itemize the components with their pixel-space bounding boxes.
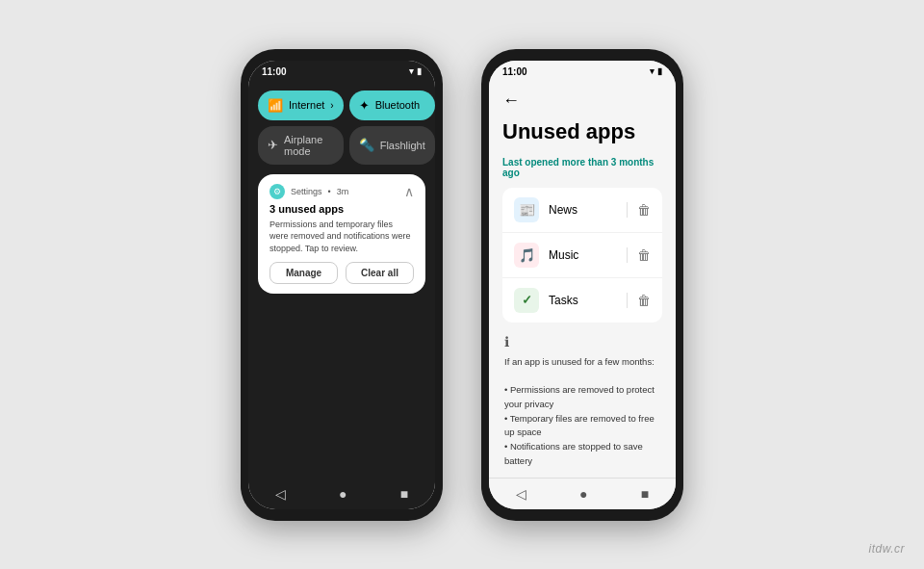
battery-icon: ▮: [417, 66, 422, 76]
notif-time: 3m: [337, 187, 349, 196]
quick-settings-panel: 📶 Internet › ✦ Bluetooth ✈ Airplane mode…: [248, 81, 435, 478]
info-text: If an app is unused for a few months: • …: [504, 355, 660, 478]
app-item-tasks[interactable]: ✓ Tasks 🗑: [502, 278, 662, 323]
phone-2-screen: 11:00 ▾ ▮ ← Unused apps Last opened more…: [489, 61, 676, 509]
time-phone1: 11:00: [262, 66, 287, 77]
music-app-name: Music: [549, 248, 617, 262]
tasks-app-name: Tasks: [549, 294, 617, 307]
home-nav-phone2[interactable]: ●: [579, 486, 587, 502]
notif-body: Permissions and temporary files were rem…: [270, 219, 414, 255]
wifi-tile-icon: 📶: [268, 98, 283, 113]
page-title: Unused apps: [502, 120, 662, 143]
phone-2: 11:00 ▾ ▮ ← Unused apps Last opened more…: [481, 49, 683, 521]
info-icon: ℹ: [504, 334, 660, 349]
internet-arrow: ›: [330, 100, 333, 111]
airplane-tile[interactable]: ✈ Airplane mode: [258, 126, 344, 165]
recents-nav-phone2[interactable]: ■: [641, 486, 649, 502]
status-icons-phone2: ▾ ▮: [650, 66, 662, 76]
flashlight-label: Flashlight: [380, 140, 425, 151]
app-item-news[interactable]: 📰 News 🗑: [502, 188, 662, 233]
tasks-delete-icon[interactable]: 🗑: [627, 293, 651, 308]
music-app-icon: 🎵: [514, 243, 539, 268]
back-nav-phone2[interactable]: ◁: [516, 486, 526, 502]
bluetooth-label: Bluetooth: [375, 99, 420, 111]
back-nav-phone1[interactable]: ◁: [275, 486, 286, 502]
wifi-icon-p2: ▾: [650, 66, 654, 76]
manage-button[interactable]: Manage: [270, 262, 338, 284]
status-icons-phone1: ▾ ▮: [409, 66, 422, 76]
nav-bar-phone2: ◁ ● ■: [489, 478, 676, 509]
status-bar-phone1: 11:00 ▾ ▮: [248, 61, 435, 81]
news-app-name: News: [549, 203, 617, 217]
phone-1: 11:00 ▾ ▮ 📶 Internet › ✦ Bluetooth: [241, 49, 443, 521]
notif-header: ⚙ Settings • 3m ∧: [270, 184, 414, 199]
quick-tiles-grid: 📶 Internet › ✦ Bluetooth ✈ Airplane mode…: [258, 91, 425, 165]
news-delete-icon[interactable]: 🗑: [627, 202, 651, 218]
notif-actions: Manage Clear all: [270, 262, 414, 284]
notif-title: 3 unused apps: [270, 203, 414, 215]
collapse-icon[interactable]: ∧: [404, 184, 414, 199]
back-button[interactable]: ←: [502, 91, 520, 111]
status-bar-phone2: 11:00 ▾ ▮: [489, 61, 676, 81]
recents-nav-phone1[interactable]: ■: [400, 486, 408, 502]
section-subtitle: Last opened more than 3 months ago: [502, 157, 662, 178]
settings-app-icon: ⚙: [270, 184, 285, 199]
tasks-app-icon: ✓: [514, 288, 539, 313]
phone-1-screen: 11:00 ▾ ▮ 📶 Internet › ✦ Bluetooth: [248, 61, 435, 509]
airplane-label: Airplane mode: [284, 134, 334, 157]
bluetooth-tile-icon: ✦: [359, 98, 370, 113]
airplane-tile-icon: ✈: [268, 138, 278, 152]
nav-bar-phone1: ◁ ● ■: [248, 478, 435, 509]
app-item-music[interactable]: 🎵 Music 🗑: [502, 233, 662, 278]
watermark: itdw.cr: [868, 542, 905, 556]
bluetooth-tile[interactable]: ✦ Bluetooth: [349, 91, 435, 120]
notif-dot: •: [328, 187, 331, 196]
internet-label: Internet: [289, 99, 324, 111]
unused-apps-list: 📰 News 🗑 🎵 Music 🗑 ✓ Tasks 🗑: [502, 188, 662, 323]
unused-apps-content: ← Unused apps Last opened more than 3 mo…: [489, 81, 676, 478]
clear-all-button[interactable]: Clear all: [346, 262, 414, 284]
battery-icon-p2: ▮: [657, 66, 662, 76]
info-section: ℹ If an app is unused for a few months: …: [502, 334, 662, 478]
flashlight-tile-icon: 🔦: [359, 138, 374, 152]
wifi-icon: ▾: [409, 66, 414, 76]
music-delete-icon[interactable]: 🗑: [627, 247, 651, 263]
notif-app-name: Settings: [291, 187, 322, 196]
flashlight-tile[interactable]: 🔦 Flashlight: [349, 126, 435, 165]
notif-app-info: ⚙ Settings • 3m: [270, 184, 348, 199]
home-nav-phone1[interactable]: ●: [339, 486, 346, 502]
news-app-icon: 📰: [514, 197, 539, 222]
internet-tile[interactable]: 📶 Internet ›: [258, 91, 344, 120]
notification-card[interactable]: ⚙ Settings • 3m ∧ 3 unused apps Permissi…: [258, 174, 425, 295]
time-phone2: 11:00: [502, 66, 527, 77]
